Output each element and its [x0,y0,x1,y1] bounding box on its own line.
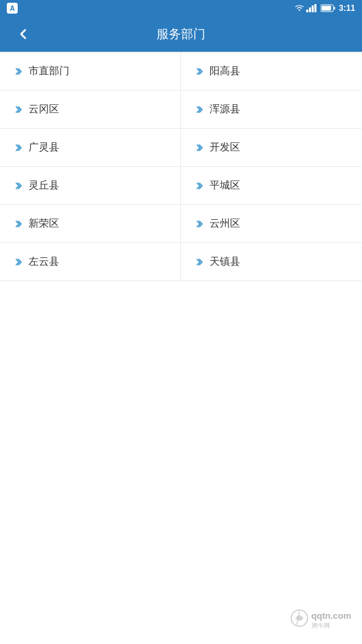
qqtn-logo [290,609,309,628]
logo-qqtn-text: qqtn.com [312,611,352,622]
chevron-right-icon [195,67,204,76]
item-label: 云冈区 [29,103,59,116]
footer-watermark: qqtn.com 腾牛网 [290,609,352,632]
chevron-right-icon [195,219,204,229]
list-item[interactable]: 云州区 [181,205,362,243]
back-button[interactable] [11,22,35,46]
toolbar: 服务部门 [0,16,362,52]
status-bar-right: 3:11 [295,3,355,13]
signal-icon [295,4,304,12]
list-item[interactable]: 天镇县 [181,243,362,281]
svg-rect-6 [333,7,335,10]
item-label: 阳高县 [210,65,240,78]
list-item[interactable]: 广灵县 [0,129,181,167]
signal-icons [295,4,317,12]
chevron-right-icon [195,257,204,267]
list-item[interactable]: 平城区 [181,167,362,205]
svg-marker-0 [298,10,301,11]
chevron-right-icon [195,181,204,191]
wifi-icon [306,4,317,12]
status-bar-left: A [7,3,18,14]
item-label: 天镇县 [210,255,240,268]
status-bar: A 3:11 [0,0,362,16]
item-label: 灵丘县 [29,179,59,192]
logo-site-name: 腾牛网 [312,622,330,630]
item-label: 平城区 [210,179,240,192]
chevron-right-icon [195,105,204,114]
item-label: 浑源县 [210,103,240,116]
chevron-right-icon [195,143,204,152]
chevron-right-icon [14,67,23,76]
list-item[interactable]: 浑源县 [181,91,362,129]
svg-rect-1 [306,10,308,12]
logo-symbol [290,609,309,632]
list-item[interactable]: 云冈区 [0,91,181,129]
chevron-right-icon [14,105,23,114]
chevron-right-icon [14,181,23,191]
svg-rect-2 [309,7,311,12]
list-item[interactable]: 阳高县 [181,52,362,91]
back-icon [15,26,31,42]
battery-icon [320,4,335,12]
list-item[interactable]: 左云县 [0,243,181,281]
item-label: 左云县 [29,255,59,268]
status-time: 3:11 [339,3,355,13]
item-label: 云州区 [210,217,240,230]
item-label: 市直部门 [29,65,69,78]
list-item[interactable]: 新荣区 [0,205,181,243]
list-item[interactable]: 灵丘县 [0,167,181,205]
chevron-right-icon [14,219,23,229]
svg-rect-7 [321,6,331,11]
list-item[interactable]: 市直部门 [0,52,181,91]
chevron-right-icon [14,143,23,152]
items-grid: 市直部门 阳高县 云冈区 [0,52,362,281]
list-item[interactable]: 开发区 [181,129,362,167]
page-title: 服务部门 [157,26,205,42]
svg-rect-4 [314,4,316,12]
app-icon: A [7,3,18,14]
item-label: 开发区 [210,141,240,154]
content-area: 市直部门 阳高县 云冈区 [0,52,362,281]
svg-rect-3 [312,5,314,12]
chevron-right-icon [14,257,23,267]
item-label: 新荣区 [29,217,59,230]
item-label: 广灵县 [29,141,59,154]
